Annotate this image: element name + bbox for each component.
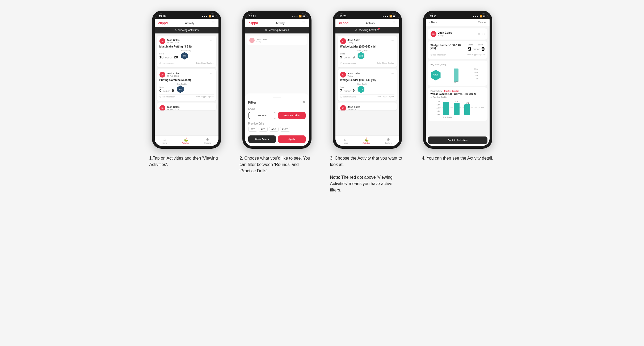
user-info-1-1: JC Josh Coles 28 Feb 2023 [159, 38, 180, 44]
dots-3-2[interactable]: ··· [391, 72, 394, 75]
viewing-bar-1[interactable]: ⚙ Viewing Activities [155, 27, 218, 33]
detail-user-row: JC Josh Coles Today ✏ ⛶ [431, 31, 485, 37]
activity-title-1-2: Putting Combine (3-15 ft) [159, 79, 214, 82]
user-name-1-3: Josh Coles [167, 106, 180, 108]
phone-inner-3: 13:20 ▲▲▲ 📶 ▮▮ clippd Activity ☰ ⚙ Viewi… [335, 13, 399, 146]
dots-1-2[interactable]: ··· [210, 72, 213, 75]
stat-quality-label-1-2: Shot Quality [176, 83, 187, 85]
user-date-1-2: 28 Feb 2023 [167, 75, 180, 77]
svg-text:124: 124 [481, 107, 484, 108]
nav-capture-1[interactable]: ⊕ Capture [204, 137, 211, 144]
user-info-1-3: JC Josh Coles 28 Feb 2023 [159, 105, 180, 110]
activity-card-3-3[interactable]: JC Josh Coles 28 Feb 2023 [338, 102, 397, 110]
drill-tag-ott[interactable]: OTT [248, 127, 257, 132]
caption-2: 2. Choose what you'd like to see. You ca… [240, 155, 314, 174]
filter-show-label: Show [248, 108, 306, 110]
svg-text:Shot Quality: Shot Quality [443, 116, 452, 118]
filter-title: Filter [248, 100, 257, 104]
card-header-1-2: JC Josh Coles 28 Feb 2023 ··· [159, 72, 214, 78]
cancel-button[interactable]: Cancel [478, 21, 486, 24]
capture-icon-3: ⊕ [387, 137, 390, 142]
activity-card-1-2[interactable]: JC Josh Coles 28 Feb 2023 ··· Putting Co… [157, 69, 216, 101]
phone-column-4: 13:21 ▲▲▲ 📶 ▮▮ < Back Cancel [418, 11, 498, 193]
svg-text:132: 132 [444, 100, 448, 101]
drill-tag-putt[interactable]: PUTT [280, 127, 290, 132]
dots-3-1[interactable]: ··· [391, 38, 394, 42]
sheet-header: Filter ✕ [248, 100, 306, 104]
user-details-1-2: Josh Coles 28 Feb 2023 [167, 72, 180, 77]
activity-card-1-1[interactable]: JC Josh Coles 28 Feb 2023 ··· Must Make … [157, 36, 216, 67]
hamburger-1[interactable]: ☰ [212, 21, 215, 25]
stat-outof-3-1: OUT OF [344, 57, 351, 59]
stat-quality-label-1-1: Shot Quality [181, 50, 191, 52]
back-to-activities-button[interactable]: Back to Activities [428, 136, 487, 144]
stats-row-3-1: Score 9 OUT OF 9 Shot Quality 130 [340, 50, 394, 59]
session-header-row: Player Activity • Practice Session [431, 90, 485, 92]
svg-text:124: 124 [466, 102, 469, 104]
shot-quality-hex-1-1: 75 [181, 52, 188, 59]
clear-filters-button[interactable]: Clear Filters [248, 135, 276, 143]
sheet-handle [273, 97, 281, 97]
stat-quality-label-3-2: Shot Quality [357, 83, 367, 85]
drill-tag-arg[interactable]: ARG [269, 127, 279, 132]
toggle-rounds-button[interactable]: Rounds [248, 112, 276, 119]
nav-activities-1[interactable]: ⛳ Activities [182, 137, 190, 144]
caption-1: 1.Tap on Activities and then 'Viewing Ac… [149, 155, 224, 168]
stats-row-1-2: Score 0 OUT OF 9 Shot Quality 45 [159, 83, 214, 93]
hamburger-3[interactable]: ☰ [393, 21, 395, 25]
card-header-3-2: JC Josh Coles Today ··· [340, 72, 394, 78]
app-header-1: clippd Activity ☰ [155, 19, 218, 27]
viewing-bar-3[interactable]: ⚙ Viewing Activities [335, 27, 399, 33]
filter-icon-2: ⚙ [265, 29, 267, 32]
battery-icon-4: ▮▮ [483, 15, 485, 18]
stat-score-val-3-1: 9 [340, 55, 342, 59]
session-section: Player Activity • Practice Session Wedge… [428, 87, 487, 121]
wifi-icon-4: 📶 [480, 15, 482, 18]
drill-tag-app[interactable]: APP [259, 127, 268, 132]
logo-2: clippd [249, 21, 258, 25]
footer-left-3-2: ⓘ Test Information [340, 96, 356, 98]
edit-icon[interactable]: ✏ [478, 32, 480, 36]
stat-quality-group-3-2: Shot Quality 118 [357, 83, 367, 93]
svg-text:129: 129 [455, 101, 458, 102]
user-info-3-3: JC Josh Coles 28 Feb 2023 [340, 105, 360, 110]
footer-right-3-2: Data: Clippd Capture [377, 96, 394, 98]
activity-card-3-2[interactable]: JC Josh Coles Today ··· Wedge Ladder (10… [338, 69, 397, 101]
nav-capture-3[interactable]: ⊕ Capture [385, 137, 392, 144]
activity-card-3-1[interactable]: JC Josh Coles Today ··· Wedge Ladder (10… [338, 36, 397, 67]
filter-close-button[interactable]: ✕ [302, 100, 306, 104]
detail-user-date: Today [438, 34, 452, 37]
detail-user-card: JC Josh Coles Today ✏ ⛶ [428, 28, 487, 40]
big-hex-quality: 130 [431, 70, 441, 80]
viewing-bar-2[interactable]: ⚙ Viewing Activities [245, 27, 309, 33]
bottom-nav-3: ⌂ Home ⛳ Activities ⊕ Capture [335, 135, 399, 146]
nav-home-label-1: Home [162, 142, 167, 144]
status-time-1: 13:20 [159, 15, 166, 18]
shot-quality-hex-3-1: 130 [357, 52, 365, 59]
detail-drill-title: Wedge Ladder (100–140 yds) [431, 44, 462, 50]
user-info-3-2: JC Josh Coles Today [340, 72, 360, 78]
card-header-3-1: JC Josh Coles Today ··· [340, 38, 394, 44]
dots-1-1[interactable]: ··· [210, 38, 213, 42]
hamburger-2[interactable]: ☰ [302, 21, 305, 25]
nav-home-3[interactable]: ⌂ Home [343, 137, 348, 144]
signal-icon-4: ▲▲▲ [473, 15, 479, 18]
user-date-3-1: Today [348, 41, 360, 44]
nav-activities-3[interactable]: ⛳ Activities [363, 137, 370, 144]
detail-title-row: Wedge Ladder (100–140 yds) Score Shots 9… [431, 44, 485, 53]
back-button[interactable]: < Back [429, 21, 437, 24]
app-header-2: clippd Activity ☰ [245, 19, 309, 27]
filter-sheet: Filter ✕ Show Rounds Practice Drills Pra… [245, 93, 309, 146]
nav-home-1[interactable]: ⌂ Home [162, 137, 167, 144]
toggle-drills-button[interactable]: Practice Drills [278, 112, 306, 119]
stat-shots-val-1-1: 20 [174, 55, 178, 59]
logo-3: clippd [339, 21, 348, 25]
svg-rect-17 [464, 104, 470, 115]
apply-button[interactable]: Apply [278, 135, 306, 143]
footer-right-1-1: Data: Clippd Capture [196, 62, 213, 65]
stat-outof-1-2: OUT OF [163, 90, 170, 92]
session-type[interactable]: Practice Session [444, 90, 459, 92]
expand-icon[interactable]: ⛶ [482, 32, 485, 36]
activity-card-1-3[interactable]: JC Josh Coles 28 Feb 2023 [157, 102, 216, 110]
avatar-3-3: JC [340, 105, 346, 110]
